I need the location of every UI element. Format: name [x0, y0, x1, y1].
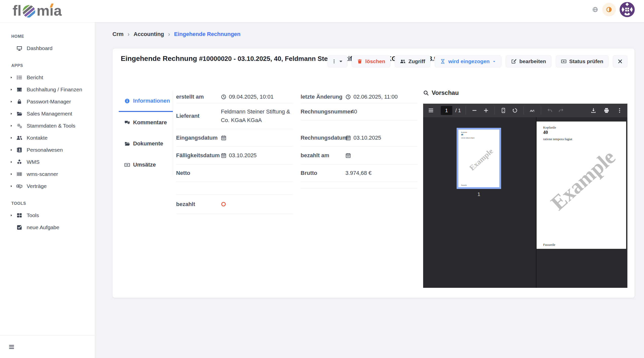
field-rechnungsdatum: Rechnungsdatum 03.10.2025	[301, 129, 418, 147]
caret-right-icon	[10, 148, 13, 152]
page-thumbnail[interactable]: Kopfzeile 40 ratione tempora fugiat Exam…	[457, 128, 501, 189]
edit-button[interactable]: bearbeiten	[506, 55, 551, 67]
app-header: fl m i a	[0, 0, 644, 22]
calendar-icon[interactable]	[221, 153, 226, 158]
tab-umsaetze[interactable]: Umsätze	[119, 154, 173, 175]
theme-toggle-button[interactable]	[602, 3, 616, 16]
user-avatar[interactable]	[619, 2, 635, 17]
language-globe-icon[interactable]	[592, 7, 598, 13]
delete-button[interactable]: löschen	[352, 55, 390, 67]
page-number-input[interactable]	[441, 106, 452, 115]
trash-icon	[357, 59, 363, 64]
fit-page-icon[interactable]	[500, 107, 507, 114]
caret-right-icon	[10, 76, 13, 79]
pdf-page: Kopfzeile 40 ratione tempora fugiat Exam…	[537, 122, 626, 249]
app-logo[interactable]: fl m i a	[13, 2, 62, 19]
status-dropdown-button[interactable]: wird eingezogen	[435, 55, 502, 67]
sidebar-footer	[0, 335, 95, 358]
toggle-sidebar-icon[interactable]	[427, 107, 435, 114]
field-gap	[301, 121, 418, 129]
watermark: Example	[546, 145, 620, 215]
sidebar-item-kontakte[interactable]: Kontakte	[0, 132, 95, 144]
field-column-left: erstellt am 09.04.2025, 10:01 Lieferant …	[176, 91, 293, 214]
rotate-icon[interactable]	[511, 107, 519, 114]
sidebar-item-stammdaten-tools[interactable]: Stammdaten & Tools	[0, 120, 95, 132]
barcode-icon	[16, 171, 22, 177]
sidebar: HOME Dashboard APPS Bericht Buchhaltung …	[0, 22, 95, 358]
zoom-in-icon[interactable]	[482, 107, 490, 114]
clock-icon	[221, 94, 226, 100]
caret-right-icon	[10, 172, 13, 176]
rechnungsdatum-value[interactable]: 03.10.2025	[345, 134, 381, 142]
undo-icon[interactable]	[546, 107, 553, 114]
more-actions-button[interactable]	[328, 55, 347, 67]
sidebar-item-bericht[interactable]: Bericht	[0, 71, 95, 84]
rechnungsnummer-value: 40	[351, 107, 357, 116]
field-brutto: Brutto 3.974,68 €	[301, 165, 418, 182]
calendar-icon[interactable]	[345, 153, 351, 158]
sidebar-item-passwort-manager[interactable]: Passwort-Manager	[0, 96, 95, 108]
eingangsdatum-value[interactable]	[221, 135, 229, 141]
print-icon[interactable]	[603, 107, 610, 114]
invoice-card: Eingehende Rechnung #10000020 - 03.10.20…	[112, 48, 635, 298]
tab-dokumente[interactable]: Dokumente	[119, 133, 173, 154]
bezahlt-am-value[interactable]	[345, 153, 353, 158]
sidebar-item-tools[interactable]: Tools	[0, 209, 95, 221]
bezahlt-value[interactable]	[221, 202, 226, 207]
sidebar-section-apps: APPS	[11, 63, 95, 68]
sidebar-item-wms[interactable]: WMS	[0, 156, 95, 168]
unpaid-circle-icon[interactable]	[221, 202, 226, 207]
caret-right-icon	[10, 214, 13, 217]
caret-down-icon	[338, 59, 343, 64]
faelligkeitsdatum-value[interactable]: 03.10.2025	[221, 151, 257, 160]
field-faelligkeitsdatum: Fälligkeitsdatum 03.10.2025	[176, 147, 293, 165]
main-content: Crm › Accounting › Eingehende Rechnungen…	[95, 22, 644, 358]
logo-text-i: i	[50, 2, 54, 19]
lock-icon	[16, 99, 22, 105]
list-icon	[16, 74, 22, 81]
ink-annotation-icon[interactable]	[529, 107, 536, 114]
tab-informationen[interactable]: Informationen	[119, 91, 173, 112]
zoom-out-icon[interactable]	[471, 107, 478, 114]
sidebar-item-dashboard[interactable]: Dashboard	[0, 42, 95, 54]
field-bezahlt-am: bezahlt am	[301, 147, 418, 165]
breadcrumb-crm[interactable]: Crm	[112, 31, 124, 37]
redo-icon[interactable]	[557, 107, 565, 114]
breadcrumb-eingehende-rechnungen[interactable]: Eingehende Rechnungen	[174, 31, 240, 37]
tab-kommentare[interactable]: Kommentare	[119, 112, 173, 133]
letzte-aenderung-value: 02.06.2025, 11:00	[345, 93, 398, 101]
logo-text-a: a	[54, 2, 62, 19]
access-button[interactable]: Zugriff	[395, 55, 430, 67]
folder-open-icon	[124, 141, 130, 147]
info-circle-icon	[124, 98, 130, 104]
download-icon[interactable]	[590, 107, 597, 114]
sidebar-item-neue-aufgabe[interactable]: neue Aufgabe	[0, 221, 95, 233]
sidebar-item-buchhaltung-finanzen[interactable]: Buchhaltung / Finanzen	[0, 84, 95, 96]
users-icon	[16, 135, 22, 141]
field-letzte-aenderung: letzte Änderung 02.06.2025, 11:00	[301, 91, 418, 103]
caret-right-icon	[10, 124, 13, 128]
caret-right-icon	[10, 100, 13, 103]
breadcrumb-accounting[interactable]: Accounting	[134, 31, 164, 37]
calendar-icon[interactable]	[345, 135, 351, 141]
money-bill-icon	[124, 162, 130, 168]
collapse-sidebar-hamburger-icon[interactable]	[8, 344, 15, 350]
caret-right-icon	[10, 88, 13, 91]
field-spacer-row	[301, 182, 418, 188]
sidebar-item-personalwesen[interactable]: Personalwesen	[0, 144, 95, 156]
check-status-button[interactable]: Status prüfen	[556, 55, 609, 67]
close-button[interactable]	[613, 55, 627, 67]
handshake-icon	[16, 183, 22, 189]
field-column-right: letzte Änderung 02.06.2025, 11:00 Rechnu…	[301, 91, 418, 188]
breadcrumb-separator: ›	[128, 31, 130, 38]
field-rechnungsnummer: Rechnungsnummer 40	[301, 103, 418, 121]
inbox-icon	[16, 87, 22, 93]
sidebar-item-sales-management[interactable]: Sales Management	[0, 108, 95, 120]
sidebar-item-vertraege[interactable]: Verträge	[0, 180, 95, 192]
caret-down-icon	[492, 60, 496, 63]
calendar-icon[interactable]	[221, 135, 226, 141]
sidebar-item-wms-scanner[interactable]: wms-scanner	[0, 168, 95, 180]
field-eingangsdatum: Eingangsdatum	[176, 129, 293, 147]
toolbar-more-icon[interactable]	[616, 107, 623, 114]
erstellt-am-value: 09.04.2025, 10:01	[221, 93, 273, 101]
